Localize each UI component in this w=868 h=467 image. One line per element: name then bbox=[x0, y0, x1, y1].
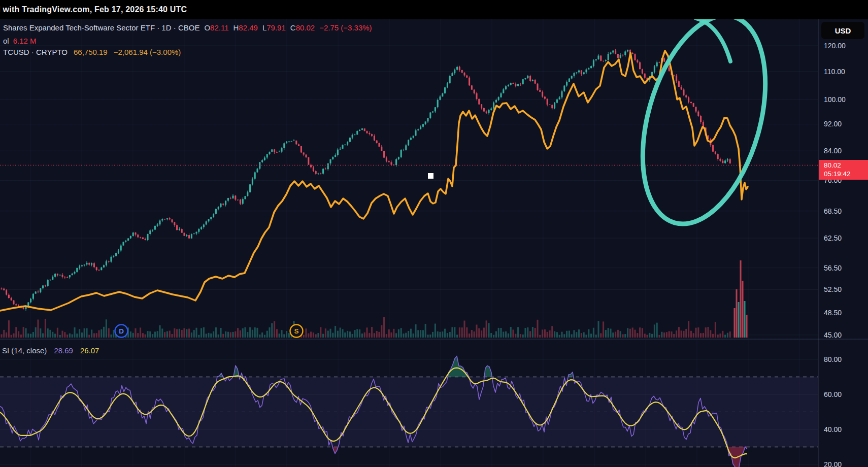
rsi-oversold-fill bbox=[332, 447, 747, 467]
rsi-tick-label: 60.00 bbox=[824, 390, 842, 398]
open-label: O bbox=[204, 23, 210, 32]
price-tick-label: 100.00 bbox=[824, 95, 846, 104]
rsi-legend-row[interactable]: SI (14, close) 28.69 26.07 bbox=[2, 346, 99, 355]
high-value: 82.49 bbox=[239, 23, 258, 32]
badge-countdown: 05:19:42 bbox=[824, 170, 868, 178]
svg-text:S: S bbox=[294, 327, 298, 335]
price-tick-label: 62.50 bbox=[824, 234, 842, 242]
close-label: C bbox=[290, 23, 296, 32]
price-tick-label: 56.50 bbox=[824, 264, 842, 272]
rsi-ma-value: 26.07 bbox=[80, 346, 99, 355]
change-value: −2.75 (−3.33%) bbox=[319, 23, 372, 32]
price-tick-label: 120.00 bbox=[824, 42, 846, 50]
drawing-anchor-dot[interactable] bbox=[428, 173, 433, 179]
price-tick-label: 92.00 bbox=[824, 120, 842, 128]
candlestick-series bbox=[1, 49, 730, 311]
rsi-tick-label: 80.00 bbox=[824, 355, 842, 363]
badge-price: 80.02 bbox=[824, 161, 868, 170]
low-value: 79.91 bbox=[266, 23, 286, 32]
last-price-badge: 80.02 05:19:42 bbox=[819, 160, 868, 180]
panel-separator bbox=[0, 339, 868, 340]
top-status-bar: d with TradingView.com, Feb 17, 2026 15:… bbox=[0, 0, 868, 19]
dividend-marker-badge[interactable]: D bbox=[115, 325, 128, 338]
compare-price-value: 66,750.19 bbox=[74, 48, 108, 56]
volume-value: 6.12 M bbox=[13, 37, 37, 45]
price-tick-label: 52.50 bbox=[824, 285, 842, 293]
price-tick-label: 110.00 bbox=[824, 68, 845, 76]
rsi-value: 28.69 bbox=[54, 346, 73, 355]
rsi-indicator-label: SI (14, close) bbox=[2, 346, 47, 355]
price-tick-label: 45.00 bbox=[824, 331, 842, 339]
watermark-timestamp-text: d with TradingView.com, Feb 17, 2026 15:… bbox=[0, 5, 187, 14]
drawing-annotations[interactable] bbox=[428, 2, 787, 238]
symbol-legend-row[interactable]: Shares Expanded Tech-Software Sector ETF… bbox=[3, 23, 372, 32]
rsi-tick-label: 40.00 bbox=[824, 425, 842, 433]
price-tick-label: 68.50 bbox=[824, 207, 842, 215]
volume-label: ol bbox=[3, 37, 9, 45]
svg-text:D: D bbox=[119, 327, 124, 335]
compare-symbol-title: TCUSD · CRYPTO bbox=[3, 48, 68, 56]
price-tick-label: 84.00 bbox=[824, 147, 842, 155]
close-value: 80.02 bbox=[296, 23, 315, 32]
volume-series bbox=[1, 260, 747, 338]
rsi-tick-label: 20.00 bbox=[824, 460, 842, 467]
price-scale-axis[interactable]: USD 120.00110.00100.0092.0084.0076.0068.… bbox=[818, 0, 868, 467]
high-label: H bbox=[233, 23, 239, 32]
low-label: L bbox=[262, 23, 266, 32]
compare-change-value: −2,061.94 (−3.00%) bbox=[114, 48, 181, 56]
price-tick-label: 48.50 bbox=[824, 309, 842, 317]
currency-button[interactable]: USD bbox=[821, 22, 864, 39]
symbol-title: Shares Expanded Tech-Software Sector ETF… bbox=[3, 23, 199, 32]
compare-legend-row[interactable]: TCUSD · CRYPTO 66,750.19 −2,061.94 (−3.0… bbox=[3, 48, 181, 56]
tradingview-chart-window: DS d with TradingView.com, Feb 17, 2026 … bbox=[0, 0, 868, 467]
btc-overlay-line bbox=[0, 51, 748, 311]
split-marker-badge[interactable]: S bbox=[290, 325, 303, 338]
chart-canvas[interactable]: DS bbox=[0, 0, 868, 467]
open-value: 82.11 bbox=[210, 23, 228, 32]
volume-legend-row[interactable]: ol 6.12 M bbox=[3, 37, 37, 45]
